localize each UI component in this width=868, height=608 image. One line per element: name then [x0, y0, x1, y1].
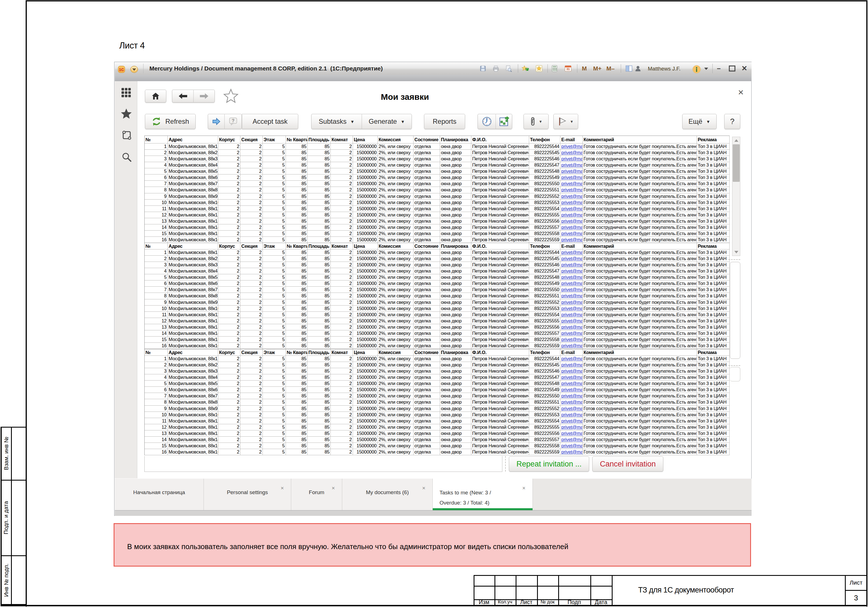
svg-text:?: ? [232, 118, 234, 123]
svg-text:1С: 1С [119, 67, 124, 72]
svg-text:31: 31 [566, 67, 570, 71]
